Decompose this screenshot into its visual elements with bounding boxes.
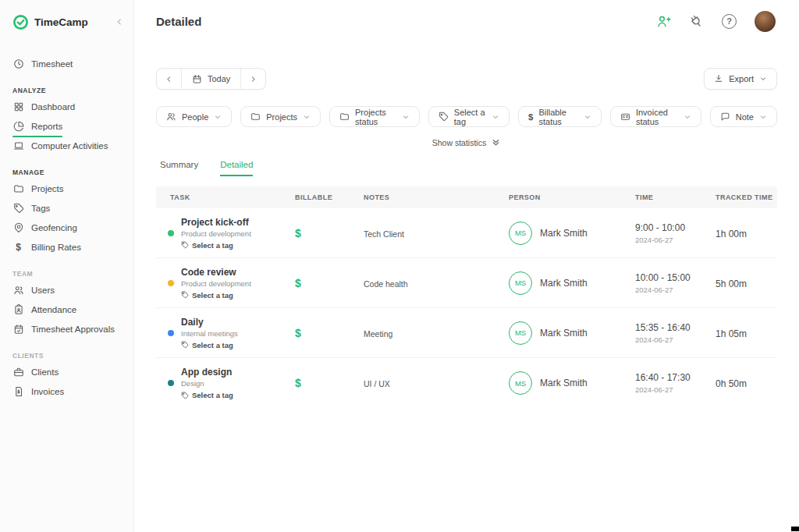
main-area: Detailed ? Today: [134, 0, 799, 532]
billable-dollar-icon[interactable]: $: [295, 377, 301, 389]
filter-projects-status[interactable]: Projects status: [329, 106, 420, 127]
sidebar-item-label: Dashboard: [31, 102, 75, 112]
folder-icon: [250, 112, 261, 122]
tracked-time: 0h 50m: [716, 378, 747, 389]
task-name: Project kick-off: [181, 217, 295, 228]
sidebar-item-billing-rates[interactable]: $ Billing Rates: [0, 237, 133, 257]
filter-billable-status[interactable]: $ Billable status: [518, 106, 602, 127]
calendar-icon: [192, 74, 202, 84]
chevron-down-icon: [402, 113, 410, 121]
sidebar-item-dashboard[interactable]: Dashboard: [0, 97, 133, 116]
map-pin-icon: [12, 222, 24, 233]
screen-corner-mark: [791, 527, 799, 531]
sidebar-item-users[interactable]: Users: [0, 280, 133, 300]
integrations-plug-icon[interactable]: [689, 14, 704, 29]
logo-text: TimeCamp: [34, 16, 88, 28]
topbar: Detailed ?: [134, 0, 799, 42]
sidebar: TimeCamp Timesheet ANALYZE Dashboard Rep…: [0, 0, 134, 532]
select-tag-label: Select a tag: [192, 241, 233, 250]
person-name: Mark Smith: [540, 228, 588, 239]
tab-detailed[interactable]: Detailed: [220, 160, 253, 176]
clipboard-user-icon: [12, 304, 24, 315]
filter-tag[interactable]: Select a tag: [428, 106, 510, 127]
tab-summary[interactable]: Summary: [160, 160, 198, 176]
table-row[interactable]: Daily Internal meetings Select a tag $ M…: [156, 308, 777, 358]
sidebar-item-label: Timesheet Approvals: [31, 325, 115, 334]
person-initials-badge: MS: [509, 371, 532, 395]
sidebar-item-label: Timesheet: [31, 59, 73, 69]
sidebar-item-label: Users: [31, 286, 55, 295]
prev-day-button[interactable]: [157, 69, 181, 89]
table-row[interactable]: Code review Product development Select a…: [156, 258, 777, 308]
filter-people[interactable]: People: [156, 106, 232, 127]
note-text: Meeting: [364, 329, 392, 339]
billable-dollar-icon[interactable]: $: [295, 227, 301, 239]
sidebar-item-geofencing[interactable]: Geofencing: [0, 218, 133, 237]
select-tag-button[interactable]: Select a tag: [181, 241, 295, 250]
sidebar-item-tags[interactable]: Tags: [0, 198, 133, 218]
select-tag-button[interactable]: Select a tag: [181, 341, 295, 349]
task-project: Design: [181, 379, 295, 388]
sidebar-section-team: TEAM: [12, 270, 121, 278]
sidebar-item-label: Computer Activities: [31, 141, 108, 151]
entry-date: 2024-06-27: [635, 385, 716, 394]
person-name: Mark Smith: [540, 328, 588, 339]
sidebar-item-clients[interactable]: Clients: [0, 362, 133, 381]
show-statistics-toggle[interactable]: Show statistics: [156, 137, 777, 147]
invoice-card-icon: [620, 112, 630, 122]
sidebar-item-label: Attendance: [31, 305, 76, 314]
sidebar-item-computer-activities[interactable]: Computer Activities: [0, 136, 133, 155]
tag-icon: [181, 291, 189, 299]
select-tag-button[interactable]: Select a tag: [181, 391, 295, 399]
add-user-icon[interactable]: [656, 14, 671, 29]
filter-label: Note: [736, 112, 754, 122]
filter-invoiced-status[interactable]: Invoiced status: [610, 106, 701, 127]
sidebar-item-timesheet-approvals[interactable]: Timesheet Approvals: [0, 319, 133, 339]
today-button[interactable]: Today: [181, 69, 241, 89]
note-text: Tech Client: [364, 229, 404, 239]
help-icon[interactable]: ?: [722, 14, 737, 29]
table-row[interactable]: App design Design Select a tag $ UI / UX…: [156, 358, 777, 408]
time-range: 9:00 - 10:00: [635, 222, 716, 233]
filter-label: Invoiced status: [636, 108, 678, 126]
folder-icon: [339, 112, 350, 122]
user-avatar[interactable]: [755, 11, 776, 32]
toolbar-row: Today Export: [156, 68, 777, 90]
sidebar-item-reports[interactable]: Reports: [0, 116, 133, 136]
sidebar-item-label: Clients: [31, 367, 59, 377]
filter-label: Select a tag: [454, 108, 486, 126]
filter-label: Projects: [266, 112, 297, 122]
filter-label: People: [182, 112, 208, 122]
reports-pie-icon: [12, 121, 24, 132]
sidebar-item-invoices[interactable]: Invoices: [0, 381, 133, 401]
date-navigation: Today: [156, 68, 266, 90]
billable-dollar-icon[interactable]: $: [295, 327, 301, 339]
billable-dollar-icon[interactable]: $: [295, 277, 301, 289]
tag-icon: [181, 392, 189, 399]
sidebar-item-timesheet[interactable]: Timesheet: [0, 54, 133, 73]
clock-icon: [12, 59, 24, 69]
column-billable: BILLABLE: [295, 193, 364, 201]
task-name: Daily: [181, 317, 295, 328]
column-task: TASK: [156, 193, 295, 201]
select-tag-button[interactable]: Select a tag: [181, 291, 295, 300]
export-button[interactable]: Export: [704, 68, 777, 90]
logo[interactable]: TimeCamp: [0, 10, 133, 34]
filter-note[interactable]: Note: [710, 106, 777, 127]
today-label: Today: [208, 74, 230, 83]
sidebar-item-attendance[interactable]: Attendance: [0, 300, 133, 319]
next-day-button[interactable]: [241, 69, 265, 89]
chevron-down-icon: [492, 113, 499, 121]
timecamp-logo-icon: [12, 14, 29, 30]
dollar-icon: $: [528, 112, 533, 122]
sidebar-item-label: Tags: [31, 204, 50, 213]
filter-projects[interactable]: Projects: [240, 106, 321, 127]
table-row[interactable]: Project kick-off Product development Sel…: [156, 208, 777, 258]
sidebar-item-projects[interactable]: Projects: [0, 179, 133, 198]
sidebar-section-manage: MANAGE: [12, 168, 121, 176]
sidebar-collapse-icon[interactable]: [115, 17, 124, 27]
chevron-down-icon: [684, 113, 691, 121]
sidebar-section-analyze: ANALYZE: [12, 87, 121, 94]
time-range: 15:35 - 16:40: [635, 322, 716, 333]
users-icon: [12, 285, 24, 296]
